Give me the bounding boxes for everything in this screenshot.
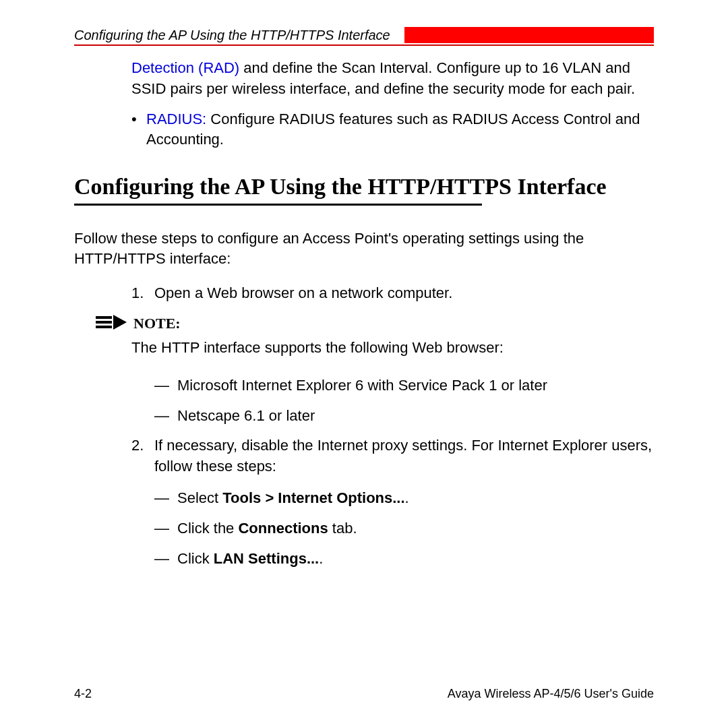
link-detection-rad[interactable]: Detection (RAD) [131,59,239,76]
svg-rect-0 [96,316,112,319]
link-radius[interactable]: RADIUS: [146,111,206,127]
bullet-item: • RADIUS: Configure RADIUS features such… [131,109,654,151]
page-footer: 4-2 Avaya Wireless AP-4/5/6 User's Guide [74,687,654,701]
substep-list: — Select Tools > Internet Options.... — … [74,488,654,569]
list-item: — Microsoft Internet Explorer 6 with Ser… [154,375,654,396]
top-bullet-list: Detection (RAD) and define the Scan Inte… [74,58,654,150]
list-text: Open a Web browser on a network computer… [154,284,452,301]
substep-bold: Connections [238,520,328,537]
heading-rule [74,204,482,206]
bullet-text: Configure RADIUS features such as RADIUS… [146,111,640,148]
note-header: NOTE: [96,315,654,332]
page-number: 4-2 [74,687,92,701]
list-item: — Click the Connections tab. [154,518,654,539]
substep-bold: Tools > Internet Options... [222,489,404,506]
svg-rect-2 [96,326,112,328]
substep-bold: LAN Settings... [214,550,319,567]
bullet-item: Detection (RAD) and define the Scan Inte… [131,58,654,100]
page-header: Configuring the AP Using the HTTP/HTTPS … [74,27,654,46]
note-body: The HTTP interface supports the followin… [74,338,654,358]
dash-icon: — [154,375,169,396]
ordered-list-cont: 2. If necessary, disable the Internet pr… [74,435,654,477]
section-heading: Configuring the AP Using the HTTP/HTTPS … [74,173,654,201]
dash-icon: — [154,488,169,509]
substep-post: . [405,489,409,506]
list-item: — Click LAN Settings.... [154,549,654,570]
list-text: If necessary, disable the Internet proxy… [154,437,652,475]
list-item: 1. Open a Web browser on a network compu… [131,283,654,304]
note-label: NOTE: [133,315,181,332]
list-text: Netscape 6.1 or later [177,407,315,424]
dash-icon: — [154,518,169,539]
list-number: 2. [131,435,144,456]
svg-rect-1 [96,321,112,324]
dash-icon: — [154,406,169,427]
browser-list: — Microsoft Internet Explorer 6 with Ser… [74,375,654,427]
substep-pre: Click the [177,520,238,537]
list-item: 2. If necessary, disable the Internet pr… [131,435,654,477]
ordered-list: 1. Open a Web browser on a network compu… [74,283,654,304]
list-text: Microsoft Internet Explorer 6 with Servi… [177,377,547,394]
svg-marker-3 [113,315,127,330]
substep-pre: Click [177,550,214,567]
list-item: — Netscape 6.1 or later [154,406,654,427]
list-item: — Select Tools > Internet Options.... [154,488,654,509]
list-number: 1. [131,283,144,304]
header-red-bar [404,27,654,43]
bullet-dot-icon: • [131,109,137,130]
page-content: Configuring the AP Using the HTTP/HTTPS … [0,0,728,605]
footer-title: Avaya Wireless AP-4/5/6 User's Guide [448,687,654,701]
intro-paragraph: Follow these steps to configure an Acces… [74,229,654,268]
substep-post: . [319,550,323,567]
dash-icon: — [154,549,169,570]
note-arrow-icon [96,315,128,332]
substep-pre: Select [177,489,222,506]
running-head: Configuring the AP Using the HTTP/HTTPS … [74,28,404,43]
substep-post: tab. [328,520,357,537]
